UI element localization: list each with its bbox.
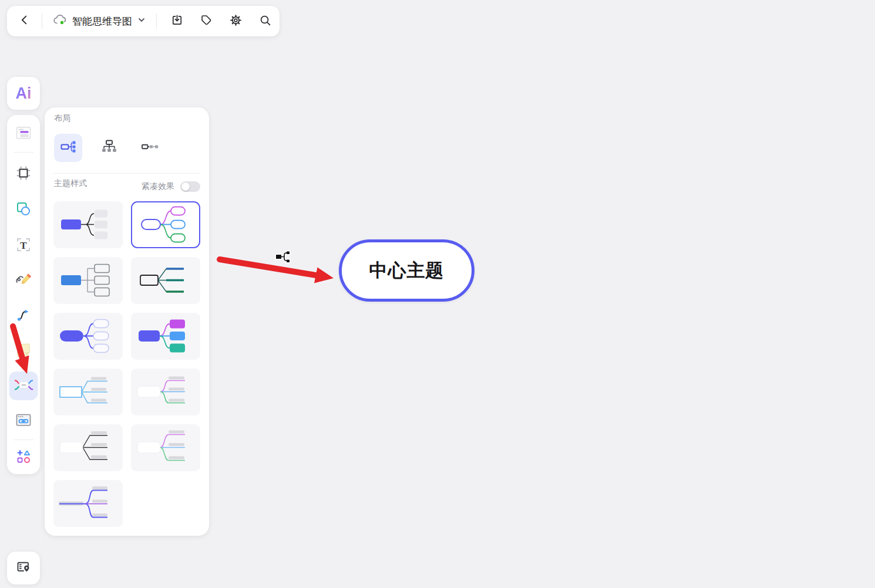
central-topic-text: 中心主题 bbox=[369, 258, 445, 283]
theme-thumbnail-outline-colorful-pills[interactable] bbox=[131, 201, 200, 248]
sidebar-item-templates[interactable] bbox=[11, 122, 36, 147]
sidebar-divider bbox=[14, 440, 33, 440]
sidebar-divider bbox=[14, 152, 33, 153]
theme-section-label: 主题样式 bbox=[54, 178, 87, 189]
search-icon bbox=[258, 13, 272, 29]
text-icon: T bbox=[15, 236, 32, 255]
mind-map-icon bbox=[14, 376, 33, 396]
sidebar-item-more-shapes[interactable] bbox=[11, 445, 36, 470]
timeline-layout-icon bbox=[141, 138, 160, 157]
chevron-left-icon bbox=[18, 13, 31, 29]
mind-map-format-panel: 布局 bbox=[45, 107, 209, 536]
embed-icon bbox=[15, 412, 32, 431]
map-navigator-button[interactable] bbox=[7, 552, 40, 584]
layout-option-mind-map-right[interactable] bbox=[54, 134, 82, 162]
sticky-note-icon bbox=[15, 342, 32, 361]
layout-option-org-chart[interactable] bbox=[95, 134, 123, 162]
chevron-down-icon bbox=[137, 15, 146, 27]
sidebar-item-draw[interactable] bbox=[11, 269, 36, 293]
svg-text:T: T bbox=[20, 240, 27, 251]
compact-effect-label: 紧凑效果 bbox=[142, 181, 174, 192]
theme-thumbnail-filled-indigo-gray[interactable] bbox=[53, 201, 123, 248]
sidebar-item-text[interactable]: T bbox=[11, 234, 36, 258]
slides-icon bbox=[15, 125, 32, 144]
compact-effect-toggle[interactable] bbox=[180, 181, 200, 192]
export-button[interactable] bbox=[165, 9, 189, 33]
theme-thumbnail-skyblue-underline[interactable] bbox=[53, 369, 123, 415]
mind-map-layout-icon bbox=[60, 138, 76, 157]
document-title: 智能思维导图 bbox=[72, 15, 132, 28]
theme-style-grid bbox=[53, 201, 200, 527]
red-arrow-to-central-topic bbox=[220, 259, 334, 283]
theme-thumbnail-indigo-pill-lavender[interactable] bbox=[53, 313, 123, 360]
document-switcher[interactable]: 智能思维导图 bbox=[48, 9, 151, 33]
layout-section-label: 布局 bbox=[54, 113, 70, 124]
theme-thumbnail-filled-blue-outline[interactable] bbox=[53, 257, 123, 304]
theme-thumbnail-white-color-underline[interactable] bbox=[131, 369, 200, 415]
sidebar-item-shapes[interactable] bbox=[11, 198, 36, 222]
gear-icon bbox=[229, 13, 243, 29]
cloud-synced-icon bbox=[52, 13, 68, 29]
back-button[interactable] bbox=[13, 9, 36, 33]
toolbar-divider bbox=[156, 13, 157, 29]
layout-options bbox=[54, 134, 164, 162]
tag-button[interactable] bbox=[194, 9, 218, 33]
shapes-plus-icon bbox=[15, 448, 32, 467]
search-button[interactable] bbox=[253, 9, 277, 33]
sidebar-item-sticky-note[interactable] bbox=[11, 339, 36, 364]
sidebar-item-mind-map[interactable] bbox=[9, 371, 38, 400]
org-chart-layout-icon bbox=[101, 138, 117, 157]
download-icon bbox=[170, 13, 184, 29]
panel-divider bbox=[53, 173, 200, 174]
mind-map-cursor-icon bbox=[276, 252, 290, 263]
pen-icon bbox=[15, 272, 32, 290]
theme-thumbnail-white-black-underline[interactable] bbox=[53, 424, 123, 471]
top-toolbar: 智能思维导图 bbox=[7, 6, 280, 36]
theme-thumbnail-black-box-color-bars[interactable] bbox=[131, 257, 200, 304]
ai-assistant-button[interactable]: Ai bbox=[7, 77, 40, 110]
theme-thumbnail-white-pastel-underline[interactable] bbox=[131, 424, 200, 471]
layout-option-timeline[interactable] bbox=[136, 134, 164, 162]
sidebar-item-connector[interactable] bbox=[11, 304, 36, 329]
toggle-knob bbox=[181, 183, 190, 191]
tag-icon bbox=[200, 13, 213, 29]
theme-thumbnail-filled-rainbow-blocks[interactable] bbox=[131, 313, 200, 360]
shapes-icon bbox=[15, 201, 32, 219]
map-card-icon bbox=[15, 559, 32, 577]
theme-thumbnail-plain-indigo-underline[interactable] bbox=[53, 480, 123, 527]
tool-sidebar: T bbox=[7, 115, 40, 474]
connector-icon bbox=[15, 307, 32, 326]
sidebar-item-frame[interactable] bbox=[11, 162, 36, 187]
settings-button[interactable] bbox=[224, 9, 247, 33]
frame-icon bbox=[16, 165, 31, 183]
ai-logo: Ai bbox=[16, 85, 32, 103]
sidebar-item-embed[interactable] bbox=[11, 409, 36, 434]
central-topic-node[interactable]: 中心主题 bbox=[339, 239, 474, 302]
toolbar-divider bbox=[42, 13, 42, 29]
